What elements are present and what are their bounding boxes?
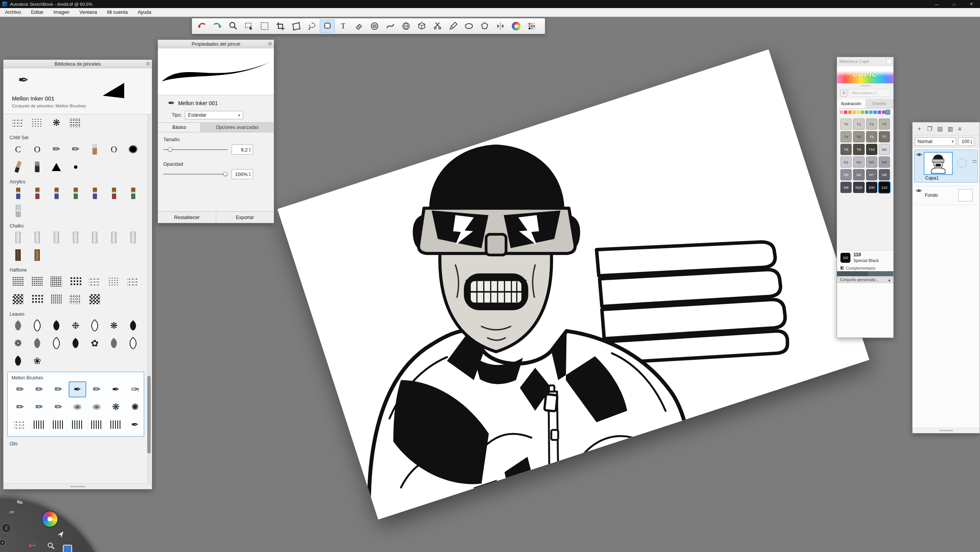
brush-thumbnail[interactable] xyxy=(88,399,105,415)
brush-thumbnail[interactable] xyxy=(69,399,86,415)
brush-thumbnail[interactable] xyxy=(67,159,84,175)
brush-type-dropdown[interactable]: Estándar ▾ xyxy=(185,111,243,119)
copic-swatch[interactable]: T8 xyxy=(840,144,852,155)
blender-swatch[interactable]: 0 xyxy=(840,89,847,97)
marquee-icon[interactable] xyxy=(257,20,272,33)
crop-icon[interactable] xyxy=(273,20,288,33)
brush-thumbnail[interactable] xyxy=(86,230,103,245)
brush-thumbnail[interactable] xyxy=(67,292,84,307)
copic-swatch[interactable]: T3 xyxy=(879,119,890,130)
visibility-eye-icon[interactable] xyxy=(916,188,922,193)
brush-thumbnail[interactable] xyxy=(125,186,141,201)
close-button[interactable]: ✕ xyxy=(963,0,980,8)
brush-thumbnail[interactable] xyxy=(12,417,28,432)
brush-thumbnail[interactable] xyxy=(125,274,141,289)
brush-thumbnail[interactable] xyxy=(10,292,26,307)
lagoon-canvas-icon[interactable] xyxy=(63,545,72,552)
copic-swatch[interactable]: 110 xyxy=(879,182,890,193)
copic-swatch[interactable]: 100 xyxy=(866,182,877,193)
copic-swatch[interactable]: T0 xyxy=(840,119,852,130)
maximize-button[interactable]: □ xyxy=(945,0,963,8)
brush-thumbnail[interactable]: ❋ xyxy=(107,399,124,415)
symmetry-icon[interactable] xyxy=(493,20,508,33)
brush-thumbnail[interactable]: ✑ xyxy=(127,382,143,397)
lagoon-transform-icon[interactable] xyxy=(58,529,66,539)
brush-thumbnail[interactable] xyxy=(48,318,65,333)
panel-resize-handle[interactable] xyxy=(913,428,980,433)
fill-icon[interactable] xyxy=(320,20,335,33)
brush-thumbnail[interactable]: ✏ xyxy=(50,382,67,397)
tab-diseno[interactable]: Diseño xyxy=(865,99,894,108)
copic-family-swatch[interactable] xyxy=(873,110,877,114)
brush-thumbnail[interactable]: ✒ xyxy=(127,417,143,432)
brush-thumbnail[interactable] xyxy=(67,230,84,245)
brush-thumbnail[interactable]: ❁ xyxy=(10,336,26,351)
brush-thumbnail[interactable]: ❋ xyxy=(105,318,122,333)
copic-family-swatch[interactable] xyxy=(886,110,890,114)
copic-swatch[interactable]: T1 xyxy=(853,119,864,130)
ellipse-icon[interactable] xyxy=(461,20,476,33)
brush-thumbnail[interactable] xyxy=(69,417,86,432)
scrollbar-thumb[interactable] xyxy=(147,376,151,453)
cut-icon[interactable] xyxy=(430,20,445,33)
brush-thumbnail[interactable]: ✏ xyxy=(48,142,65,157)
brush-thumbnail[interactable]: ✏ xyxy=(67,142,84,157)
copic-family-swatch[interactable] xyxy=(861,110,864,114)
brush-thumbnail[interactable] xyxy=(67,186,84,201)
brush-thumbnail[interactable]: ✏ xyxy=(12,399,28,415)
layer-menu-icon[interactable]: ≡ xyxy=(958,125,962,132)
brush-thumbnail[interactable] xyxy=(48,159,65,175)
brush-thumbnail[interactable] xyxy=(29,186,46,201)
canvas[interactable] xyxy=(277,49,869,520)
redo-icon[interactable] xyxy=(210,20,225,33)
copic-family-swatch[interactable] xyxy=(869,110,873,114)
brush-thumbnail[interactable] xyxy=(10,186,26,201)
brush-thumbnail[interactable]: ❉ xyxy=(67,318,84,333)
brush-thumbnail[interactable] xyxy=(88,417,105,432)
copic-swatch[interactable]: T4 xyxy=(840,131,852,142)
copic-swatch[interactable]: N7 xyxy=(866,169,877,180)
size-slider-knob[interactable] xyxy=(168,147,172,152)
brush-library-scrollbar[interactable] xyxy=(147,114,151,483)
brush-thumbnail[interactable]: ✏ xyxy=(12,382,28,397)
brush-thumbnail[interactable] xyxy=(67,336,84,351)
brush-thumbnail[interactable] xyxy=(125,318,141,333)
brush-thumbnail[interactable] xyxy=(10,203,26,219)
brush-thumbnail[interactable] xyxy=(86,292,103,307)
eraser-icon[interactable] xyxy=(351,20,366,33)
complementary-color-bar[interactable] xyxy=(837,271,893,276)
brush-thumbnail[interactable] xyxy=(86,142,103,157)
brush-thumbnail[interactable] xyxy=(29,318,46,333)
reset-button[interactable]: Restablecer xyxy=(158,212,216,223)
panel-resize-handle[interactable] xyxy=(837,84,893,87)
visibility-eye-icon[interactable] xyxy=(916,152,922,157)
layer-marking-icon[interactable] xyxy=(957,158,967,168)
brush-thumbnail[interactable] xyxy=(107,417,124,432)
layer-adjust-icon[interactable]: ▥ xyxy=(948,125,953,132)
copic-swatch[interactable]: T7 xyxy=(879,131,890,142)
brush-thumbnail[interactable] xyxy=(50,417,67,432)
panel-dock-icon[interactable] xyxy=(886,59,892,64)
brush-thumbnail[interactable] xyxy=(10,247,26,263)
brush-thumbnail[interactable] xyxy=(67,115,84,130)
layer-lock-handle[interactable] xyxy=(973,160,977,163)
brush-thumbnail[interactable] xyxy=(48,336,65,351)
brush-thumbnail[interactable] xyxy=(48,274,65,289)
export-button[interactable]: Exportar xyxy=(216,212,274,223)
brush-thumbnail[interactable] xyxy=(125,230,141,245)
brush-thumbnail[interactable]: ✺ xyxy=(127,399,143,415)
layer-row-fondo[interactable]: Fondo xyxy=(914,186,978,205)
add-layer-icon[interactable]: ＋ xyxy=(916,125,922,132)
menu-item[interactable]: Imagen xyxy=(48,8,74,17)
brush-thumbnail[interactable] xyxy=(31,417,48,432)
brush-thumbnail[interactable]: ✏ xyxy=(31,399,48,415)
tab-ilustracion[interactable]: Ilustración xyxy=(837,99,865,108)
brush-thumbnail[interactable] xyxy=(29,247,46,263)
layer-image-icon[interactable]: ▤ xyxy=(937,125,942,132)
menu-item[interactable]: Ayuda xyxy=(133,8,156,17)
brush-thumbnail[interactable]: ❀ xyxy=(29,353,46,369)
brush-thumbnail[interactable]: ❋ xyxy=(48,115,65,130)
collapse-icon[interactable]: ▴ xyxy=(888,277,890,282)
select-icon[interactable] xyxy=(241,20,256,33)
brush-thumbnail[interactable] xyxy=(48,186,65,201)
